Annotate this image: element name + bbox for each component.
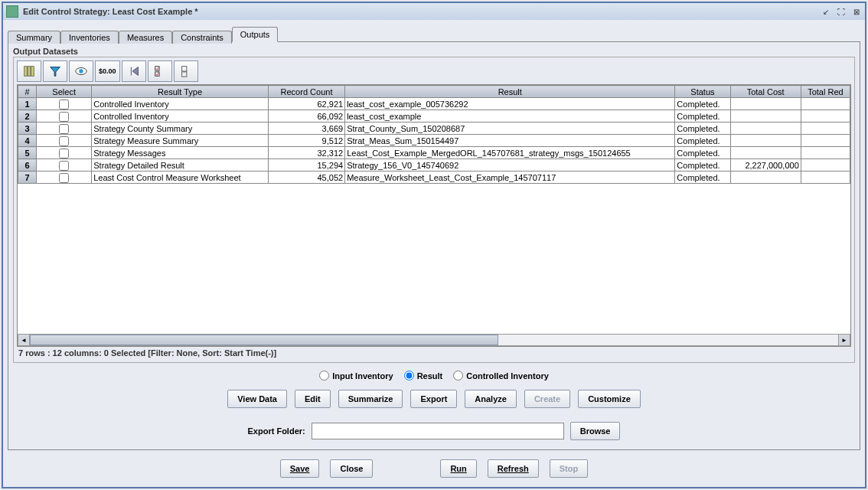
summarize-button[interactable]: Summarize [338,390,403,408]
app-window: Edit Control Strategy: Least Cost Exampl… [2,2,866,488]
export-button[interactable]: Export [410,390,457,408]
app-icon [6,5,18,18]
row-number: 1 [18,98,37,110]
tab-outputs[interactable]: Outputs [232,27,279,42]
row-checkbox[interactable] [59,136,69,146]
edit-button[interactable]: Edit [295,390,331,408]
radio-input-inventory[interactable]: Input Inventory [319,371,393,381]
svg-rect-8 [181,72,186,77]
table-row[interactable]: 4Strategy Measure Summary9,512Strat_Meas… [18,135,850,147]
col-record-count[interactable]: Record Count [268,86,344,98]
maximize-icon[interactable]: ⛶ [836,6,847,17]
table-toolbar: $0.00 [17,60,851,82]
refresh-button[interactable]: Refresh [488,459,539,478]
table-scroll[interactable]: # Select Result Type Record Count Result… [18,85,850,334]
eye-icon[interactable] [69,60,93,82]
customize-button[interactable]: Customize [578,390,641,408]
filter-icon[interactable] [43,60,67,82]
export-folder-label: Export Folder: [248,426,305,436]
action-button-row: View Data Edit Summarize Export Analyze … [13,387,855,411]
row-checkbox[interactable] [59,112,69,122]
col-select[interactable]: Select [37,86,92,98]
select-all-icon[interactable] [148,60,172,82]
cell-total-red [801,122,850,135]
first-page-icon[interactable] [122,60,146,82]
radio-controlled-inventory[interactable]: Controlled Inventory [453,371,549,381]
table-row[interactable]: 5Strategy Messages32,312Least_Cost_Examp… [18,147,850,159]
tab-measures[interactable]: Measures [119,31,172,44]
row-checkbox[interactable] [59,149,69,158]
cell-total-cost: 2,227,000,000 [730,159,801,172]
row-select-cell[interactable] [37,159,92,172]
run-button[interactable]: Run [440,459,476,478]
export-folder-input[interactable] [312,423,564,439]
row-select-cell[interactable] [37,110,92,122]
col-result[interactable]: Result [345,86,675,98]
table-wrap: # Select Result Type Record Count Result… [17,84,851,347]
radio-controlled-inventory-input[interactable] [453,371,463,381]
cell-result-type: Strategy County Summary [92,122,269,135]
row-number: 6 [18,159,37,172]
col-status[interactable]: Status [675,86,730,98]
close-button[interactable]: Close [330,459,373,478]
radio-label: Result [417,371,443,381]
table-row[interactable]: 3Strategy County Summary3,669Strat_Count… [18,122,850,135]
cell-total-cost [730,172,801,184]
cell-record-count: 15,294 [268,159,344,172]
tab-label: Constraints [181,33,224,42]
row-checkbox[interactable] [59,100,69,109]
scroll-thumb[interactable] [30,335,498,345]
browse-button[interactable]: Browse [570,422,621,440]
analyze-button[interactable]: Analyze [465,390,517,408]
cell-result: Strategy_156_V0_145740692 [345,159,675,172]
cell-result-type: Controlled Inventory [92,98,269,110]
col-result-type[interactable]: Result Type [92,86,269,98]
row-select-cell[interactable] [37,135,92,147]
clear-selection-icon[interactable] [174,60,198,82]
cell-total-cost [730,98,801,110]
scroll-track[interactable] [30,334,838,346]
radio-result-input[interactable] [404,371,414,381]
row-select-cell[interactable] [37,98,92,110]
row-checkbox[interactable] [59,173,69,183]
cell-result: Measure_Worksheet_Least_Cost_Example_145… [345,172,675,184]
col-total-cost[interactable]: Total Cost [730,86,801,98]
cell-total-red [801,147,850,159]
format-decimal-icon[interactable]: $0.00 [95,60,120,82]
tab-strip: Summary Inventories Measures Constraints… [8,24,860,41]
cell-result-type: Least Cost Control Measure Worksheet [92,172,269,184]
radio-input-inventory-input[interactable] [319,371,329,381]
horizontal-scrollbar[interactable]: ◄ ► [18,334,850,346]
table-row[interactable]: 1Controlled Inventory62,921least_cost_ex… [18,98,850,110]
cell-total-cost [730,135,801,147]
content-area: Summary Inventories Measures Constraints… [3,20,865,487]
tab-summary[interactable]: Summary [8,31,60,44]
row-select-cell[interactable] [37,147,92,159]
col-rownum[interactable]: # [18,86,37,98]
save-button[interactable]: Save [280,459,320,478]
minimize-icon[interactable]: ↙ [821,6,831,17]
scroll-left-icon[interactable]: ◄ [18,334,30,346]
scroll-right-icon[interactable]: ► [838,334,850,346]
table-row[interactable]: 2Controlled Inventory66,092least_cost_ex… [18,110,850,122]
row-checkbox[interactable] [59,124,69,134]
row-select-cell[interactable] [37,122,92,135]
cell-result: Least_Cost_Example_MergedORL_145707681_s… [345,147,675,159]
radio-label: Input Inventory [332,371,393,381]
row-select-cell[interactable] [37,172,92,184]
tab-inventories[interactable]: Inventories [60,31,119,44]
view-data-button[interactable]: View Data [227,390,287,408]
columns-icon[interactable] [17,60,41,82]
table-row[interactable]: 7Least Cost Control Measure Worksheet45,… [18,172,850,184]
col-total-red[interactable]: Total Red [801,86,850,98]
table-row[interactable]: 6Strategy Detailed Result15,294Strategy_… [18,159,850,172]
row-number: 7 [18,172,37,184]
cell-total-red [801,110,850,122]
stop-button: Stop [550,459,588,478]
tab-constraints[interactable]: Constraints [172,31,232,44]
close-icon[interactable]: ⊠ [851,6,862,17]
cell-result-type: Strategy Detailed Result [92,159,269,172]
cell-status: Completed. [675,110,730,122]
row-checkbox[interactable] [59,161,69,171]
radio-result[interactable]: Result [404,371,443,381]
